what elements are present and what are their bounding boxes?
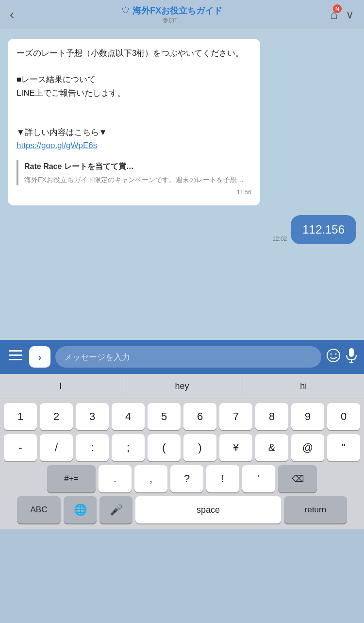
key-6[interactable]: 6 <box>183 403 216 430</box>
key-3[interactable]: 3 <box>76 403 109 430</box>
header-actions: ⌂ N ∨ <box>330 7 354 22</box>
key-slash[interactable]: / <box>40 434 73 461</box>
key-hashtagplus[interactable]: #+= <box>47 465 96 492</box>
notification-badge: N <box>333 4 342 13</box>
predictive-center[interactable]: hey <box>121 374 243 399</box>
key-semicolon[interactable]: ; <box>112 434 145 461</box>
key-8[interactable]: 8 <box>255 403 288 430</box>
message-text-3: ▼詳しい内容はこちら▼ <box>17 126 251 139</box>
svg-point-5 <box>335 353 337 354</box>
svg-rect-0 <box>9 350 22 352</box>
key-microphone[interactable]: 🎤 <box>99 496 132 523</box>
message-time-sent: 12:02 <box>272 236 287 242</box>
home-button-wrapper[interactable]: ⌂ N <box>330 7 338 22</box>
key-exclaim[interactable]: ! <box>206 465 239 492</box>
predictive-bar: I hey hi <box>0 374 364 399</box>
key-open-paren[interactable]: ( <box>148 434 181 461</box>
expand-button[interactable]: › <box>29 346 50 368</box>
chat-area: ーズのレート予想（小数点以下3桁）をつぶやいてください。 ■レース結果についてL… <box>0 29 364 340</box>
input-bar: › メッセージを入力 <box>0 340 364 374</box>
svg-rect-6 <box>349 348 354 357</box>
menu-button[interactable] <box>7 348 24 366</box>
message-text-2: ■レース結果についてLINE上でご報告いたします。 <box>17 73 251 99</box>
svg-rect-2 <box>9 359 22 360</box>
header-center: 🛡 海外FXお役立ちガイド 参加T... <box>19 5 325 25</box>
keyboard: 1 2 3 4 5 6 7 8 9 0 - / : ; ( ) ¥ & @ " … <box>0 399 364 529</box>
key-return[interactable]: return <box>284 496 347 523</box>
predictive-right[interactable]: hi <box>243 374 364 399</box>
preview-title: Rate Race レートを当てて賞… <box>24 160 251 173</box>
key-7[interactable]: 7 <box>219 403 252 430</box>
key-yen[interactable]: ¥ <box>219 434 252 461</box>
backspace-key[interactable]: ⌫ <box>278 465 317 492</box>
shield-icon: 🛡 <box>122 6 130 15</box>
svg-point-4 <box>331 353 332 354</box>
key-dash[interactable]: - <box>4 434 37 461</box>
key-apostrophe[interactable]: ' <box>242 465 275 492</box>
key-globe[interactable]: 🌐 <box>64 496 97 523</box>
key-2[interactable]: 2 <box>40 403 73 430</box>
message-sent: 112.156 <box>291 215 356 244</box>
keyboard-row-special: #+= . , ? ! ' ⌫ <box>2 465 362 492</box>
svg-point-3 <box>327 349 340 362</box>
back-button[interactable]: ‹ <box>10 7 14 22</box>
key-space[interactable]: space <box>135 496 281 523</box>
message-sent-wrapper: 12:02 112.156 <box>8 215 356 244</box>
input-placeholder: メッセージを入力 <box>64 352 130 363</box>
key-1[interactable]: 1 <box>4 403 37 430</box>
message-link[interactable]: https://goo.gl/gWpE6s <box>17 141 97 150</box>
chevron-right-icon: › <box>38 352 42 363</box>
svg-rect-1 <box>9 354 22 356</box>
link-preview-card: Rate Race レートを当てて賞… 海外FXお役立ちガイド限定のキャンペーン… <box>17 160 251 185</box>
emoji-button[interactable] <box>326 348 341 366</box>
message-input-field[interactable]: メッセージを入力 <box>55 346 321 368</box>
key-9[interactable]: 9 <box>291 403 324 430</box>
key-at[interactable]: @ <box>291 434 324 461</box>
message-time-received: 11:56 <box>17 188 251 197</box>
predictive-left[interactable]: I <box>0 374 121 399</box>
key-comma[interactable]: , <box>134 465 167 492</box>
keyboard-row-numbers: 1 2 3 4 5 6 7 8 9 0 <box>2 403 362 430</box>
header: ‹ 🛡 海外FXお役立ちガイド 参加T... ⌂ N ∨ <box>0 0 364 29</box>
chevron-down-icon[interactable]: ∨ <box>346 8 354 21</box>
key-4[interactable]: 4 <box>112 403 145 430</box>
voice-input-button[interactable] <box>346 348 357 366</box>
key-ampersand[interactable]: & <box>255 434 288 461</box>
header-subtitle: 参加T... <box>163 17 182 25</box>
key-5[interactable]: 5 <box>148 403 181 430</box>
key-colon[interactable]: : <box>76 434 109 461</box>
chat-title: 海外FXお役立ちガイド <box>132 5 222 17</box>
key-0[interactable]: 0 <box>327 403 360 430</box>
message-text-1: ーズのレート予想（小数点以下3桁）をつぶやいてください。 <box>17 47 251 60</box>
key-close-paren[interactable]: ) <box>183 434 216 461</box>
keyboard-row-bottom: ABC 🌐 🎤 space return <box>2 496 362 523</box>
preview-desc: 海外FXお役立ちガイド限定のキャンペーンです。週末のレートを予想… <box>24 174 251 185</box>
keyboard-row-symbols: - / : ; ( ) ¥ & @ " <box>2 434 362 461</box>
key-question[interactable]: ? <box>170 465 203 492</box>
message-received: ーズのレート予想（小数点以下3桁）をつぶやいてください。 ■レース結果についてL… <box>8 39 260 205</box>
key-abc[interactable]: ABC <box>17 496 61 523</box>
key-period[interactable]: . <box>99 465 132 492</box>
key-quote[interactable]: " <box>327 434 360 461</box>
